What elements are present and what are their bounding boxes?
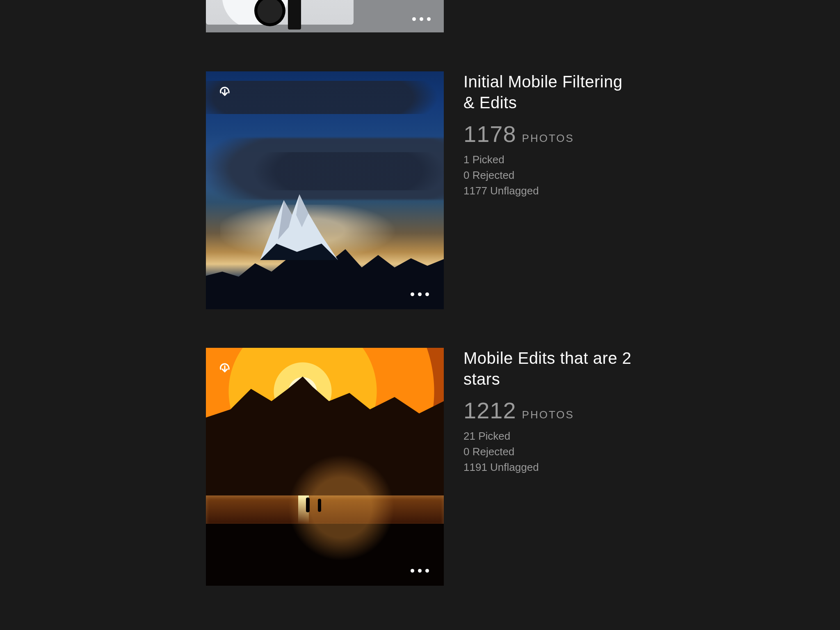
collection-row: Initial Mobile Filtering & Edits 1178 PH…: [206, 71, 636, 309]
photo-count: 1178 PHOTOS: [463, 121, 636, 147]
picked-count: 21 Picked: [463, 429, 636, 444]
thumbnail-image: [206, 71, 444, 309]
picked-count: 1 Picked: [463, 152, 636, 168]
unflagged-count: 1177 Unflagged: [463, 183, 636, 199]
collection-thumbnail[interactable]: [206, 71, 444, 309]
collection-row: [206, 0, 444, 32]
photo-count-number: 1212: [463, 397, 516, 424]
photo-count-label: PHOTOS: [522, 409, 574, 421]
unflagged-count: 1191 Unflagged: [463, 460, 636, 475]
collection-thumbnail[interactable]: [206, 348, 444, 586]
collection-title[interactable]: Initial Mobile Filtering & Edits: [463, 71, 636, 113]
thumbnail-image: [288, 0, 301, 30]
collection-title[interactable]: Mobile Edits that are 2 stars: [463, 348, 636, 390]
photo-count-label: PHOTOS: [522, 132, 574, 145]
cloud-download-icon[interactable]: [216, 81, 234, 99]
photo-count-number: 1178: [463, 121, 516, 147]
collection-meta: Initial Mobile Filtering & Edits 1178 PH…: [463, 71, 636, 199]
thumbnail-image: [206, 348, 444, 586]
rejected-count: 0 Rejected: [463, 168, 636, 183]
more-options-icon[interactable]: [412, 17, 431, 21]
cloud-download-icon[interactable]: [216, 358, 234, 376]
collection-thumbnail[interactable]: [206, 0, 444, 32]
collection-meta: Mobile Edits that are 2 stars 1212 PHOTO…: [463, 348, 636, 475]
collection-row: Mobile Edits that are 2 stars 1212 PHOTO…: [206, 348, 636, 586]
thumbnail-image: [206, 0, 444, 32]
collections-view: Initial Mobile Filtering & Edits 1178 PH…: [0, 0, 840, 630]
photo-count: 1212 PHOTOS: [463, 397, 636, 424]
more-options-icon[interactable]: [411, 292, 429, 296]
rejected-count: 0 Rejected: [463, 444, 636, 460]
more-options-icon[interactable]: [411, 569, 429, 573]
